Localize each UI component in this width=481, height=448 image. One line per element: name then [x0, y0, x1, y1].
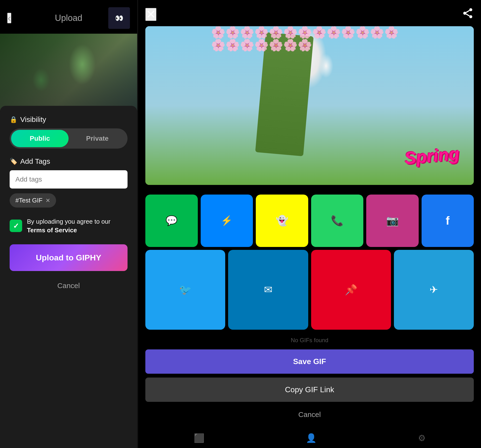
- private-button[interactable]: Private: [68, 130, 126, 147]
- tag-chip-text: #Test GIF: [15, 197, 43, 204]
- svg-line-4: [466, 11, 469, 13]
- share-twitter-button[interactable]: 🐦: [145, 250, 225, 330]
- visibility-toggle: Public Private: [10, 128, 128, 149]
- telegram-icon: ✈: [429, 284, 438, 295]
- bottom-navigation: ⬛ 👤 ⚙: [138, 428, 481, 448]
- terms-text: By uploading you agree to our Terms of S…: [27, 217, 128, 235]
- tag-icon: 🏷️: [10, 158, 17, 165]
- pinterest-icon: 📌: [345, 284, 357, 295]
- visibility-section: 🔒 Visibility Public Private: [10, 115, 128, 149]
- terms-checkbox[interactable]: ✓: [10, 220, 22, 232]
- instagram-icon: 📷: [386, 215, 399, 227]
- svg-point-0: [469, 8, 472, 11]
- messages-icon: 💬: [165, 215, 178, 226]
- share-snapchat-button[interactable]: 👻: [256, 195, 308, 247]
- checkmark-icon: ✓: [13, 222, 19, 230]
- share-messages-button[interactable]: 💬: [145, 195, 198, 247]
- messenger-icon: ⚡: [221, 215, 233, 226]
- whatsapp-icon: 📞: [331, 215, 343, 227]
- visibility-text: Visibility: [20, 115, 46, 124]
- upload-button[interactable]: Upload to GIPHY: [10, 244, 128, 271]
- tags-section: 🏷️ Add Tags #Test GIF ✕: [10, 157, 128, 207]
- right-cancel-button[interactable]: Cancel: [145, 406, 474, 424]
- share-messenger-button[interactable]: ⚡: [201, 195, 253, 247]
- share-facebook-button[interactable]: f: [421, 195, 474, 247]
- share-grid-row2: 🐦 ✉ 📌 ✈: [145, 250, 474, 330]
- copy-link-button[interactable]: Copy GIF Link: [145, 378, 474, 402]
- svg-line-3: [466, 14, 469, 16]
- left-panel: ‹ Upload 👀 🔒 Visibility Public Private 🏷…: [0, 0, 137, 448]
- public-button[interactable]: Public: [11, 130, 68, 147]
- tags-label: 🏷️ Add Tags: [10, 157, 128, 165]
- snapchat-icon: 👻: [276, 215, 288, 227]
- nav-person-icon[interactable]: 👤: [306, 433, 317, 443]
- email-icon: ✉: [264, 284, 272, 295]
- twitter-icon: 🐦: [179, 284, 192, 295]
- tags-input[interactable]: [10, 170, 128, 189]
- terms-text-before: By uploading you agree to our: [27, 218, 110, 225]
- gif-preview: Spring: [145, 26, 474, 185]
- terms-link[interactable]: Terms of Service: [27, 227, 77, 234]
- svg-point-2: [469, 15, 472, 18]
- background-image: [0, 34, 137, 111]
- no-gifs-text: No GIFs found: [145, 337, 474, 344]
- back-button[interactable]: ‹: [7, 13, 11, 23]
- share-whatsapp-button[interactable]: 📞: [311, 195, 364, 247]
- page-title: Upload: [55, 13, 82, 23]
- thumbnail-icon: 👀: [115, 14, 123, 22]
- share-pinterest-button[interactable]: 📌: [311, 250, 391, 330]
- share-telegram-button[interactable]: ✈: [394, 250, 474, 330]
- facebook-icon: f: [446, 214, 450, 227]
- nav-settings-icon[interactable]: ⚙: [418, 433, 426, 443]
- save-gif-button[interactable]: Save GIF: [145, 349, 474, 374]
- share-email-button[interactable]: ✉: [228, 250, 308, 330]
- tag-chip: #Test GIF ✕: [10, 193, 56, 207]
- nav-home-icon[interactable]: ⬛: [194, 433, 204, 443]
- tags-label-text: Add Tags: [20, 157, 50, 165]
- right-panel: ✕ Spring 💬 ⚡ 👻 📞 📷: [138, 0, 481, 448]
- form-card: 🔒 Visibility Public Private 🏷️ Add Tags …: [0, 106, 137, 448]
- terms-row: ✓ By uploading you agree to our Terms of…: [10, 217, 128, 235]
- right-header: ✕: [145, 7, 474, 22]
- visibility-label: 🔒 Visibility: [10, 115, 128, 124]
- thumbnail-preview: 👀: [108, 7, 130, 29]
- share-grid-row1: 💬 ⚡ 👻 📞 📷 f: [145, 195, 474, 247]
- tag-remove-button[interactable]: ✕: [45, 197, 50, 204]
- close-button[interactable]: ✕: [145, 8, 156, 21]
- share-icon[interactable]: [462, 7, 474, 22]
- share-instagram-button[interactable]: 📷: [366, 195, 419, 247]
- svg-point-1: [463, 12, 466, 15]
- left-header: ‹ Upload 👀: [0, 0, 137, 34]
- cancel-button[interactable]: Cancel: [10, 276, 128, 295]
- lock-icon: 🔒: [10, 116, 17, 123]
